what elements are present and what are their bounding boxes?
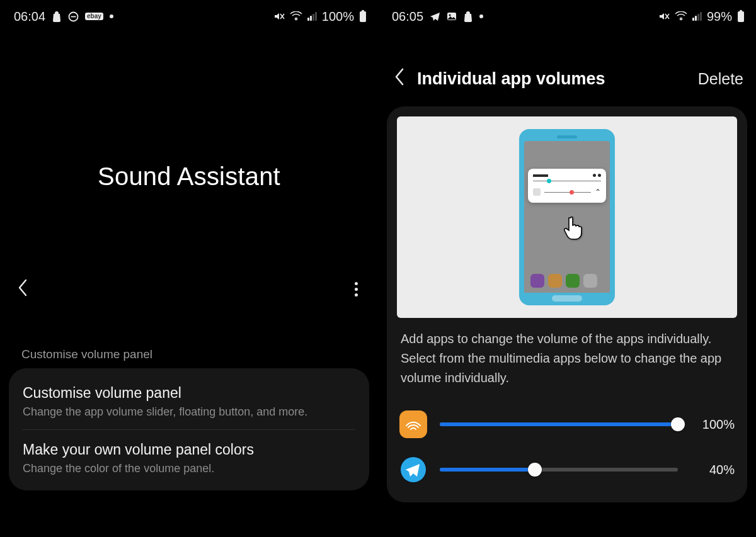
volume-percentage: 100% bbox=[690, 417, 735, 432]
signal-icon bbox=[307, 12, 317, 21]
audible-app-icon[interactable] bbox=[399, 410, 427, 438]
pointer-hand-icon bbox=[562, 215, 586, 247]
notification-dot-icon bbox=[479, 14, 483, 18]
settings-item-title: Customise volume panel bbox=[23, 385, 355, 402]
telegram-notif-icon bbox=[430, 12, 440, 21]
mock-phone-illustration: ⌃ bbox=[519, 129, 615, 305]
delete-button[interactable]: Delete bbox=[698, 70, 743, 88]
volume-slider[interactable] bbox=[440, 462, 678, 477]
back-button[interactable] bbox=[18, 279, 28, 300]
status-time: 06:04 bbox=[14, 9, 45, 24]
shopping-bag-icon bbox=[52, 11, 62, 22]
settings-item-customise-panel[interactable]: Customise volume panel Change the app vo… bbox=[23, 381, 355, 429]
battery-percentage: 100% bbox=[322, 9, 354, 24]
settings-card: Customise volume panel Change the app vo… bbox=[9, 368, 369, 490]
dnd-icon bbox=[68, 11, 79, 22]
screenshot-right: 06:05 99% bbox=[378, 0, 756, 537]
page-header: Individual app volumes Delete bbox=[378, 30, 756, 90]
wifi-icon bbox=[290, 11, 302, 21]
volume-percentage: 40% bbox=[690, 463, 735, 477]
mute-icon bbox=[273, 11, 285, 21]
app-volume-row: 40% bbox=[397, 447, 737, 492]
page-title: Individual app volumes bbox=[417, 69, 689, 89]
description-text: Add apps to change the volume of the app… bbox=[397, 318, 737, 390]
signal-icon bbox=[692, 12, 702, 21]
svg-rect-11 bbox=[740, 10, 742, 11]
gallery-notif-icon bbox=[447, 12, 457, 21]
svg-rect-5 bbox=[362, 10, 364, 11]
svg-point-7 bbox=[449, 14, 451, 16]
app-volume-list: 100% 40% bbox=[397, 402, 737, 492]
app-volume-row: 100% bbox=[397, 402, 737, 447]
content-card: ⌃ Add apps to change the volume of the a… bbox=[387, 106, 747, 502]
settings-item-panel-colors[interactable]: Make your own volume panel colors Change… bbox=[23, 429, 355, 476]
mute-icon bbox=[658, 11, 670, 21]
status-time: 06:05 bbox=[392, 9, 423, 24]
screenshot-left: 06:04 ebay 100% bbox=[0, 0, 378, 537]
battery-percentage: 99% bbox=[707, 9, 732, 24]
notification-dot-icon bbox=[110, 14, 113, 18]
ebay-app-icon: ebay bbox=[85, 13, 103, 20]
settings-item-subtitle: Change the color of the volume panel. bbox=[23, 461, 355, 476]
svg-rect-4 bbox=[360, 11, 366, 22]
battery-icon bbox=[737, 10, 745, 23]
telegram-app-icon[interactable] bbox=[399, 456, 427, 483]
wifi-icon bbox=[675, 11, 687, 21]
toolbar bbox=[0, 279, 378, 300]
status-bar: 06:05 99% bbox=[378, 0, 756, 30]
shopping-bag-icon bbox=[463, 11, 473, 22]
battery-icon bbox=[359, 10, 367, 23]
settings-item-subtitle: Change the app volume slider, floating b… bbox=[23, 404, 355, 419]
back-button[interactable] bbox=[389, 68, 408, 90]
illustration: ⌃ bbox=[397, 116, 737, 318]
section-header: Customise volume panel bbox=[0, 348, 174, 361]
more-options-button[interactable] bbox=[352, 280, 360, 299]
settings-item-title: Make your own volume panel colors bbox=[23, 441, 355, 458]
status-bar: 06:04 ebay 100% bbox=[0, 0, 378, 30]
svg-rect-10 bbox=[738, 11, 744, 22]
volume-slider[interactable] bbox=[440, 417, 678, 432]
page-title: Sound Assistant bbox=[0, 30, 378, 191]
